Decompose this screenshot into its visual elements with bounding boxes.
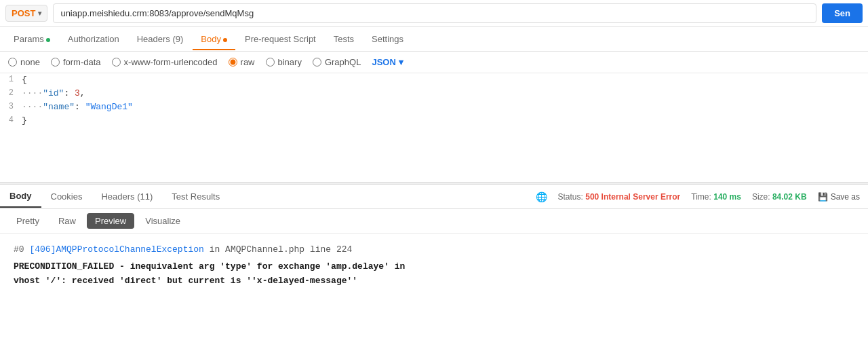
save-icon: 💾 [818, 192, 828, 202]
resp-tab-headers[interactable]: Headers (11) [92, 186, 162, 207]
error-message: PRECONDITION_FAILED - inequivalent arg '… [14, 260, 854, 289]
params-dot [46, 38, 50, 42]
option-urlencoded[interactable]: x-www-form-urlencoded [112, 57, 218, 67]
code-line-1: 1 { [0, 73, 868, 87]
option-binary[interactable]: binary [266, 57, 302, 67]
tab-tests[interactable]: Tests [326, 29, 362, 50]
view-tab-preview[interactable]: Preview [87, 213, 134, 229]
tab-headers[interactable]: Headers (9) [129, 29, 192, 50]
send-button[interactable]: Sen [822, 3, 863, 23]
response-body: #0 [406]AMQPProtocolChannelException in … [0, 234, 868, 353]
resp-tab-cookies[interactable]: Cookies [41, 186, 92, 207]
option-none[interactable]: none [8, 57, 40, 67]
tab-authorization[interactable]: Authorization [60, 29, 127, 50]
code-line-4: 4 } [0, 114, 868, 128]
code-line-3: 3 ····"name": "WangDe1" [0, 100, 868, 114]
save-as-button[interactable]: 💾 Save as [818, 192, 860, 202]
view-tab-raw[interactable]: Raw [50, 213, 84, 229]
request-tabs: Params Authorization Headers (9) Body Pr… [0, 27, 868, 52]
time-label: Time: 140 ms [691, 192, 741, 202]
chevron-down-icon: ▾ [38, 10, 41, 17]
status-label: Status: 500 Internal Server Error [558, 192, 681, 202]
url-bar: POST ▾ Sen [0, 0, 868, 27]
option-graphql[interactable]: GraphQL [313, 57, 361, 67]
view-tab-visualize[interactable]: Visualize [137, 213, 189, 229]
size-value: 84.02 KB [772, 192, 807, 202]
code-line-2: 2 ····"id": 3, [0, 87, 868, 100]
tab-params[interactable]: Params [5, 29, 58, 50]
status-code: 500 Internal Server Error [585, 192, 680, 202]
view-tabs: Pretty Raw Preview Visualize [0, 209, 868, 234]
chevron-down-icon: ▾ [399, 57, 403, 67]
app-container: POST ▾ Sen Params Authorization Headers … [0, 0, 868, 353]
tab-prerequest[interactable]: Pre-request Script [237, 29, 324, 50]
globe-icon: 🌐 [536, 191, 547, 202]
response-tabs: Body Cookies Headers (11) Test Results 🌐… [0, 185, 868, 209]
code-editor[interactable]: 1 { 2 ····"id": 3, 3 ····"name": "WangDe… [0, 73, 868, 182]
response-status-bar: 🌐 Status: 500 Internal Server Error Time… [528, 191, 868, 202]
method-select[interactable]: POST ▾ [5, 5, 47, 22]
tab-body[interactable]: Body [193, 29, 235, 50]
option-raw[interactable]: raw [229, 57, 255, 67]
resp-tab-test-results[interactable]: Test Results [162, 186, 229, 207]
error-header: #0 [406]AMQPProtocolChannelException in … [14, 244, 854, 255]
body-options: none form-data x-www-form-urlencoded raw… [0, 52, 868, 73]
size-label: Size: 84.02 KB [752, 192, 807, 202]
tab-settings[interactable]: Settings [363, 29, 412, 50]
body-dot [223, 38, 227, 42]
method-label: POST [12, 8, 35, 18]
time-value: 140 ms [713, 192, 741, 202]
option-form-data[interactable]: form-data [51, 57, 101, 67]
view-tab-pretty[interactable]: Pretty [8, 213, 47, 229]
resp-tab-body[interactable]: Body [0, 185, 41, 208]
url-input[interactable] [53, 3, 816, 23]
format-select[interactable]: JSON ▾ [372, 57, 403, 67]
